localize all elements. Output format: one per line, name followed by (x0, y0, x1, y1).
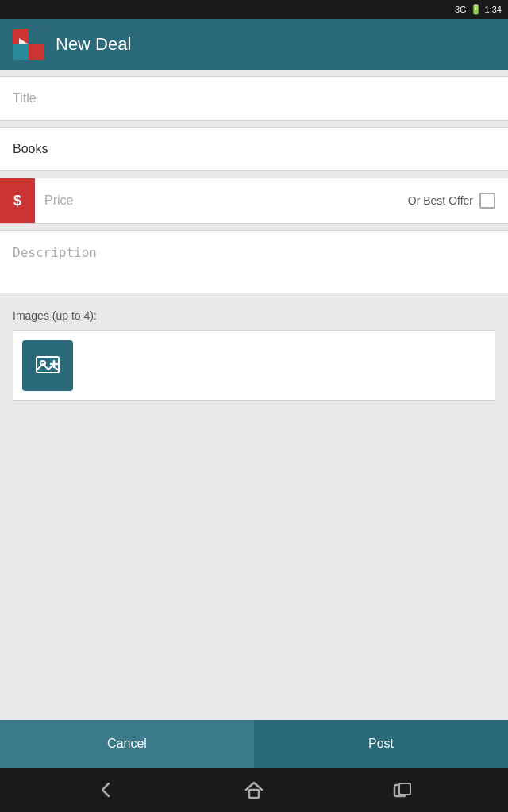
dollar-icon: $ (0, 178, 35, 223)
cancel-button[interactable]: Cancel (0, 720, 254, 768)
best-offer-label: Or Best Offer (408, 194, 473, 207)
back-button[interactable] (94, 779, 117, 801)
nav-bar (0, 768, 508, 812)
category-input[interactable] (0, 128, 508, 170)
svg-rect-2 (13, 44, 29, 60)
app-logo-inner (13, 29, 44, 60)
battery-icon: 🔋 (470, 4, 482, 15)
svg-rect-9 (399, 783, 410, 795)
main-content: $ Or Best Offer Images (up to 4): (0, 70, 508, 720)
post-button[interactable]: Post (254, 720, 508, 768)
add-image-icon (35, 353, 60, 378)
back-icon (94, 779, 117, 801)
add-image-button[interactable] (22, 340, 73, 391)
title-input[interactable] (0, 77, 508, 120)
images-label: Images (up to 4): (13, 309, 495, 322)
signal-strength: 3G (455, 5, 467, 14)
status-bar: 3G 🔋 1:34 (0, 0, 508, 19)
best-offer-container: Or Best Offer (408, 193, 508, 209)
page-title: New Deal (56, 34, 131, 55)
svg-rect-7 (249, 790, 259, 798)
category-field (0, 127, 508, 171)
images-container (13, 330, 495, 401)
recent-apps-button[interactable] (391, 779, 414, 801)
bottom-buttons: Cancel Post (0, 720, 508, 768)
price-input[interactable] (35, 179, 408, 222)
time-display: 1:34 (485, 5, 502, 14)
home-icon (243, 779, 265, 801)
price-row: $ Or Best Offer (0, 178, 508, 224)
image-plus-icon (35, 353, 60, 378)
app-bar: New Deal (0, 19, 508, 70)
recent-apps-icon (391, 779, 414, 801)
content-spacer (0, 401, 508, 714)
description-field (0, 230, 508, 293)
images-section: Images (up to 4): (0, 300, 508, 401)
app-logo (13, 29, 44, 60)
title-field (0, 76, 508, 121)
home-button[interactable] (243, 779, 265, 801)
svg-rect-1 (29, 29, 44, 44)
description-input[interactable] (0, 231, 508, 289)
best-offer-checkbox[interactable] (479, 193, 495, 209)
